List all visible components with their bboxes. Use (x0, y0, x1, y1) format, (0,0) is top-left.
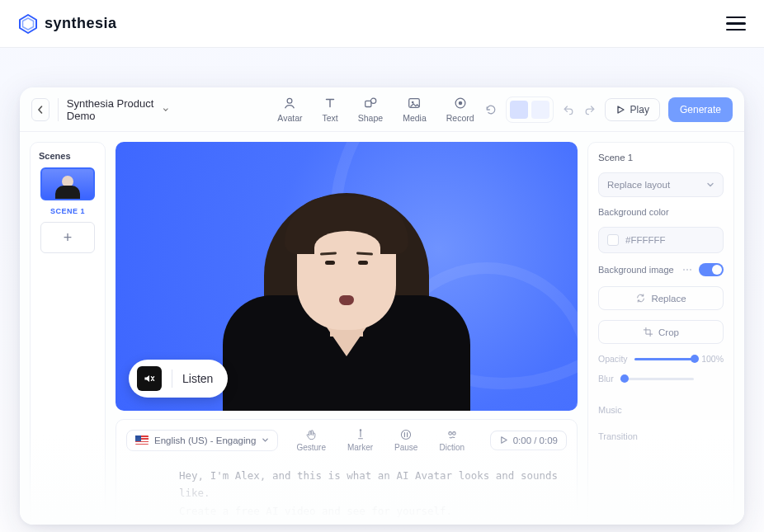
tool-avatar[interactable]: Avatar (277, 96, 302, 123)
script-tool-gesture[interactable]: Gesture (296, 428, 326, 452)
svg-point-2 (288, 98, 293, 103)
chevron-left-icon (36, 106, 45, 114)
pause-label: Pause (394, 443, 417, 452)
chevron-down-icon (706, 181, 714, 189)
project-title-dropdown[interactable]: Synthesia Product Demo (67, 97, 168, 122)
tool-media-label: Media (403, 113, 427, 123)
replace-label: Replace (651, 294, 686, 304)
play-label: Play (630, 104, 649, 115)
redo-icon[interactable] (583, 103, 597, 116)
playback-time[interactable]: 0:00 / 0:09 (490, 431, 567, 450)
time-text: 0:00 / 0:09 (513, 435, 558, 445)
listen-pill[interactable]: Listen (129, 360, 228, 398)
diction-icon (446, 428, 459, 441)
divider (58, 98, 59, 121)
svg-marker-1 (23, 18, 34, 30)
add-scene-button[interactable]: + (40, 222, 95, 253)
svg-point-11 (449, 432, 452, 435)
tool-shape-label: Shape (358, 113, 383, 123)
gesture-label: Gesture (296, 443, 326, 452)
scenes-panel: Scenes SCENE 1 + (30, 142, 106, 525)
bg-image-toggle[interactable] (699, 263, 724, 276)
back-button[interactable] (31, 98, 50, 121)
scene-thumbnail-1[interactable] (40, 167, 95, 200)
media-icon (407, 96, 422, 111)
tool-shape[interactable]: Shape (358, 96, 383, 123)
project-title-text: Synthesia Product Demo (67, 97, 158, 122)
gesture-icon (304, 428, 318, 441)
brand[interactable]: synthesia (18, 14, 117, 34)
refresh-icon[interactable] (484, 103, 498, 116)
svg-rect-3 (365, 101, 371, 106)
diction-label: Diction (439, 443, 465, 452)
chevron-down-icon (262, 436, 269, 444)
mute-icon[interactable] (137, 366, 162, 391)
menu-icon[interactable] (726, 16, 746, 31)
blur-slider[interactable] (620, 378, 694, 380)
replace-image-button[interactable]: Replace (598, 286, 724, 310)
replace-icon (635, 293, 646, 304)
tool-text-label: Text (323, 113, 338, 123)
divider (172, 370, 172, 388)
mini-avatar-2 (531, 101, 549, 119)
blur-label: Blur (598, 374, 614, 384)
crop-icon (643, 327, 653, 337)
brand-name: synthesia (45, 15, 117, 32)
listen-label: Listen (182, 372, 213, 385)
opacity-value: 100% (701, 354, 724, 364)
record-icon (453, 96, 468, 111)
bg-image-label: Background image (598, 265, 674, 275)
tool-media[interactable]: Media (403, 96, 427, 123)
chevron-down-icon (163, 106, 169, 114)
tool-text[interactable]: Text (323, 96, 338, 123)
replace-layout-label: Replace layout (607, 180, 670, 190)
svg-point-8 (458, 101, 462, 106)
language-label: English (US) - Engaging (154, 435, 256, 445)
crop-button[interactable]: Crop (598, 320, 724, 344)
music-label: Music (598, 405, 724, 415)
more-icon[interactable]: ⋯ (682, 264, 692, 275)
scene-1-label: SCENE 1 (50, 207, 85, 215)
pause-icon (399, 428, 413, 441)
color-swatch (607, 234, 619, 246)
play-button[interactable]: Play (605, 98, 660, 121)
properties-panel: Scene 1 Replace layout Background color … (587, 142, 734, 525)
script-panel: English (US) - Engaging Gesture Marker (116, 419, 578, 525)
undo-icon[interactable] (562, 103, 575, 116)
script-line-2: Create a free AI video and see for yours… (179, 502, 567, 520)
avatar-selector[interactable] (506, 97, 554, 123)
marker-label: Marker (347, 443, 373, 452)
avatar-figure (215, 163, 479, 411)
generate-button[interactable]: Generate (668, 97, 733, 122)
site-navbar: synthesia (0, 0, 764, 48)
script-tool-marker[interactable]: Marker (347, 428, 373, 452)
video-canvas[interactable]: Listen (116, 142, 578, 411)
shape-icon (363, 96, 378, 111)
play-icon (615, 105, 625, 115)
scene-title: Scene 1 (598, 153, 724, 162)
opacity-label: Opacity (598, 354, 628, 364)
editor-toolbar: Synthesia Product Demo Avatar Text Shape (20, 87, 744, 132)
bg-color-input[interactable]: #FFFFFF (598, 227, 724, 253)
flag-us-icon (135, 435, 149, 445)
mini-avatar-1 (510, 101, 528, 119)
svg-point-4 (370, 98, 375, 103)
script-line-1: Hey, I'm Alex, and this is what an AI Av… (179, 467, 567, 502)
marker-icon (354, 428, 367, 441)
transition-label: Transition (598, 431, 724, 441)
script-tool-pause[interactable]: Pause (394, 428, 417, 452)
opacity-slider[interactable] (634, 358, 696, 360)
script-text[interactable]: Hey, I'm Alex, and this is what an AI Av… (126, 467, 567, 520)
bg-color-value: #FFFFFF (625, 235, 666, 245)
tool-record[interactable]: Record (446, 96, 474, 123)
script-tool-diction[interactable]: Diction (439, 428, 465, 452)
play-icon (499, 435, 508, 445)
replace-layout-select[interactable]: Replace layout (598, 172, 724, 197)
svg-point-6 (412, 101, 414, 104)
language-selector[interactable]: English (US) - Engaging (126, 430, 278, 451)
bg-color-label: Background color (598, 207, 724, 217)
svg-point-10 (402, 430, 411, 439)
editor-card: Synthesia Product Demo Avatar Text Shape (20, 87, 744, 525)
scenes-title: Scenes (39, 151, 71, 161)
tool-avatar-label: Avatar (277, 113, 302, 123)
